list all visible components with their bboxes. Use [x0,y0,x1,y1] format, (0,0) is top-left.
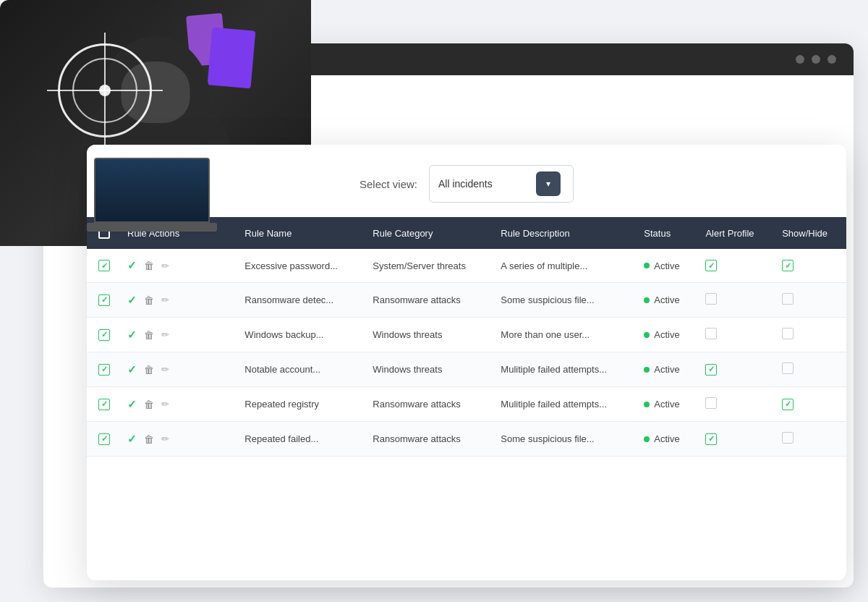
show-hide-cell[interactable] [773,352,846,387]
activate-icon[interactable]: ✓ [127,363,137,376]
rule-category-cell: Ransomware attacks [364,283,492,318]
delete-icon[interactable]: 🗑 [144,399,154,410]
table-row: ✓ ✓ 🗑 ✏ Windows backup...Windows threats… [87,318,846,352]
status-label: Active [654,260,679,271]
alert-profile-checkbox[interactable] [705,328,717,339]
action-icons: ✓ 🗑 ✏ [127,259,227,272]
status-label: Active [654,433,679,444]
rule-description-cell: Mulitiple failed attempts... [492,387,635,422]
delete-icon[interactable]: 🗑 [144,294,154,306]
rule-actions-cell: ✓ 🗑 ✏ [119,422,236,457]
table-row: ✓ ✓ 🗑 ✏ Excessive password...System/Serv… [87,249,846,283]
status-dot [644,332,650,338]
alert-profile-cell[interactable] [697,387,773,422]
alert-profile-cell[interactable] [697,318,773,352]
rule-actions-cell: ✓ 🗑 ✏ [119,283,236,318]
show-hide-cell[interactable] [773,422,846,457]
row-checkbox[interactable]: ✓ [98,364,110,376]
table-row: ✓ ✓ 🗑 ✏ Notable account...Windows threat… [87,352,846,387]
status-label: Active [654,294,679,305]
edit-icon[interactable]: ✏ [161,294,169,305]
show-hide-checkbox[interactable] [782,432,793,444]
browser-dot-2 [812,55,820,64]
delete-icon[interactable]: 🗑 [144,329,154,341]
show-hide-checkbox[interactable] [782,293,793,305]
select-view-value: All incidents [438,178,493,190]
select-view-dropdown[interactable]: All incidents ▾ [429,165,574,203]
rule-actions-cell: ✓ 🗑 ✏ [119,318,236,352]
action-icons: ✓ 🗑 ✏ [127,398,227,411]
table-row: ✓ ✓ 🗑 ✏ Repeated registryRansomware atta… [87,387,846,422]
status-indicator: Active [644,260,688,271]
dropdown-arrow-button[interactable]: ▾ [536,171,561,196]
row-checkbox-cell: ✓ [87,387,119,422]
rules-table-container: Rule Actions Rule Name Rule Category Rul… [87,217,846,457]
status-indicator: Active [644,433,688,444]
status-label: Active [654,399,679,410]
alert-profile-checkbox[interactable] [705,397,717,409]
action-icons: ✓ 🗑 ✏ [127,328,227,342]
rule-name-cell: Notable account... [236,352,364,387]
table-row: ✓ ✓ 🗑 ✏ Repeated failed...Ransomware att… [87,422,846,457]
activate-icon[interactable]: ✓ [127,433,137,446]
edit-icon[interactable]: ✏ [161,260,169,271]
alert-profile-cell[interactable]: ✓ [697,352,773,387]
show-hide-checkbox[interactable] [782,328,793,339]
alert-profile-cell[interactable] [697,283,773,318]
status-cell: Active [635,387,697,422]
status-indicator: Active [644,329,688,340]
edit-icon[interactable]: ✏ [161,399,169,410]
browser-dot-3 [827,55,836,64]
row-checkbox[interactable]: ✓ [98,329,110,341]
alert-profile-checkbox[interactable]: ✓ [705,364,717,376]
show-hide-cell[interactable] [773,318,846,352]
edit-icon[interactable]: ✏ [161,329,169,340]
rule-actions-cell: ✓ 🗑 ✏ [119,249,236,283]
edit-icon[interactable]: ✏ [161,433,169,444]
row-checkbox[interactable]: ✓ [98,294,110,306]
header-alert-profile: Alert Profile [697,217,773,249]
action-icons: ✓ 🗑 ✏ [127,433,227,446]
header-rule-category: Rule Category [364,217,492,249]
row-checkbox-cell: ✓ [87,422,119,457]
alert-profile-cell[interactable]: ✓ [697,422,773,457]
select-view-label: Select view: [359,178,417,190]
activate-icon[interactable]: ✓ [127,328,137,342]
delete-icon[interactable]: 🗑 [144,260,154,271]
alert-profile-checkbox[interactable]: ✓ [705,260,717,271]
show-hide-checkbox[interactable]: ✓ [782,260,793,271]
chevron-down-icon: ▾ [546,179,550,189]
header-status: Status [635,217,697,249]
delete-icon[interactable]: 🗑 [144,433,154,445]
rule-description-cell: Mulitiple failed attempts... [492,352,635,387]
show-hide-checkbox[interactable] [782,363,793,374]
row-checkbox[interactable]: ✓ [98,260,110,271]
rule-name-cell: Repeated failed... [236,422,364,457]
show-hide-cell[interactable]: ✓ [773,249,846,283]
rule-description-cell: A series of multiple... [492,249,635,283]
rules-table: Rule Actions Rule Name Rule Category Rul… [87,217,846,457]
status-label: Active [654,329,679,340]
edit-icon[interactable]: ✏ [161,364,169,375]
activate-icon[interactable]: ✓ [127,294,137,307]
activate-icon[interactable]: ✓ [127,398,137,411]
rule-name-cell: Repeated registry [236,387,364,422]
rule-description-cell: Some suspicious file... [492,422,635,457]
show-hide-cell[interactable] [773,283,846,318]
status-dot [644,367,650,373]
header-show-hide: Show/Hide [773,217,846,249]
row-checkbox[interactable]: ✓ [98,433,110,445]
show-hide-cell[interactable]: ✓ [773,387,846,422]
status-cell: Active [635,318,697,352]
show-hide-checkbox[interactable]: ✓ [782,399,793,410]
delete-icon[interactable]: 🗑 [144,364,154,376]
activate-icon[interactable]: ✓ [127,259,137,272]
rule-actions-cell: ✓ 🗑 ✏ [119,387,236,422]
alert-profile-checkbox[interactable]: ✓ [705,433,717,445]
status-dot [644,297,650,303]
alert-profile-checkbox[interactable] [705,293,717,305]
row-checkbox[interactable]: ✓ [98,399,110,410]
alert-profile-cell[interactable]: ✓ [697,249,773,283]
status-cell: Active [635,249,697,283]
status-dot [644,402,650,407]
